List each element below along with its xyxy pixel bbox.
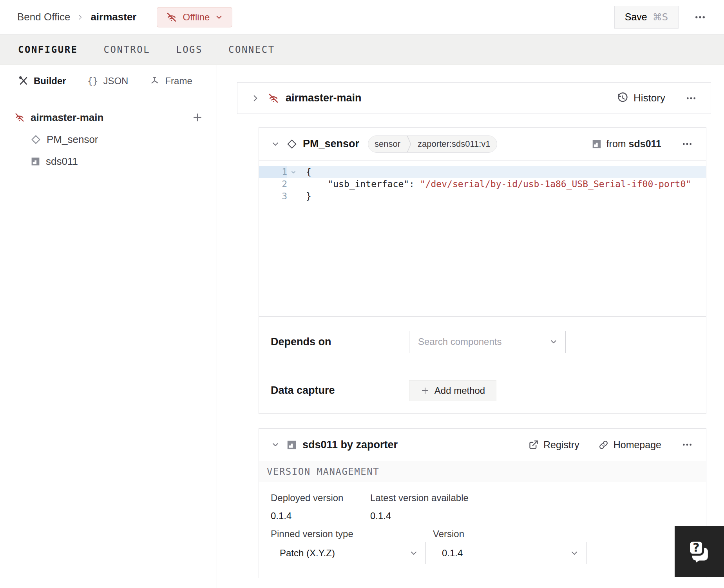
config-main-panel: airmaster-main History PM_sensor sensor … bbox=[217, 65, 724, 588]
code-string-value: "/dev/serial/by-id/usb-1a86_USB_Serial-i… bbox=[420, 179, 691, 189]
version-management-section-header: VERSION MANAGEMENT bbox=[259, 461, 706, 482]
version-value: 0.1.4 bbox=[442, 548, 463, 559]
module-more-menu-button[interactable] bbox=[679, 437, 695, 453]
breadcrumb-machine: airmaster bbox=[90, 11, 136, 23]
add-method-label: Add method bbox=[434, 385, 485, 396]
deployed-version-label: Deployed version bbox=[271, 492, 343, 503]
collapse-chevron-down-icon[interactable] bbox=[271, 440, 280, 449]
component-tree: airmaster-main PM_sensor sds011 bbox=[0, 97, 217, 172]
mode-json-label: JSON bbox=[103, 76, 128, 87]
module-title: sds011 by zaporter bbox=[302, 439, 398, 451]
from-module-name: sds011 bbox=[629, 138, 661, 149]
breadcrumb-separator-icon bbox=[76, 13, 84, 21]
chevron-down-icon bbox=[549, 337, 558, 346]
tab-configure[interactable]: CONFIGURE bbox=[18, 44, 78, 55]
deployed-version-value: 0.1.4 bbox=[271, 510, 291, 521]
component-type-model-chip: sensor zaporter:sds011:v1 bbox=[368, 135, 497, 153]
module-icon bbox=[31, 157, 40, 166]
depends-on-label: Depends on bbox=[271, 336, 409, 348]
component-model: zaporter:sds011:v1 bbox=[411, 139, 496, 149]
version-select[interactable]: 0.1.4 bbox=[433, 542, 586, 564]
wifi-off-icon bbox=[166, 11, 177, 23]
homepage-label: Homepage bbox=[614, 439, 661, 451]
registry-link[interactable]: Registry bbox=[528, 439, 579, 451]
machine-part-card: airmaster-main History bbox=[237, 82, 711, 114]
plus-icon bbox=[420, 386, 430, 395]
code-key: "usb_interface": bbox=[306, 179, 420, 189]
tab-connect[interactable]: CONNECT bbox=[228, 44, 275, 55]
component-card-pm-sensor: PM_sensor sensor zaporter:sds011:v1 from… bbox=[259, 127, 706, 414]
version-management-title: VERSION MANAGEMENT bbox=[267, 466, 379, 477]
component-title: PM_sensor bbox=[303, 138, 359, 150]
braces-icon: {} bbox=[87, 76, 98, 86]
chevron-down-icon bbox=[409, 548, 418, 558]
history-button[interactable]: History bbox=[617, 92, 665, 104]
depends-on-select[interactable]: Search components bbox=[409, 331, 566, 353]
top-bar: Bend Office airmaster Offline Save ⌘S bbox=[0, 0, 724, 34]
data-capture-row: Data capture Add method bbox=[259, 367, 706, 414]
component-diamond-icon bbox=[31, 134, 41, 145]
expand-chevron-right-icon[interactable] bbox=[250, 93, 261, 103]
tree-item-pm-sensor[interactable]: PM_sensor bbox=[0, 128, 217, 150]
tree-item-sds011-label: sds011 bbox=[46, 155, 78, 168]
editor-line-3[interactable]: 3 } bbox=[259, 190, 706, 202]
mode-frame[interactable]: Frame bbox=[149, 76, 192, 87]
save-shortcut: ⌘S bbox=[653, 12, 668, 23]
latest-version-label: Latest version available bbox=[370, 492, 469, 503]
registry-label: Registry bbox=[543, 439, 579, 451]
status-label: Offline bbox=[183, 12, 210, 23]
tree-item-machine-part-label: airmaster-main bbox=[31, 112, 103, 124]
wifi-off-icon bbox=[14, 112, 25, 123]
tree-item-machine-part[interactable]: airmaster-main bbox=[0, 106, 217, 128]
breadcrumb-org[interactable]: Bend Office bbox=[17, 11, 70, 23]
topbar-more-menu-button[interactable] bbox=[691, 8, 709, 26]
pinned-version-type-value: Patch (X.Y.Z) bbox=[280, 548, 335, 559]
editor-line-2[interactable]: 2 "usb_interface": "/dev/serial/by-id/us… bbox=[259, 178, 706, 190]
save-label: Save bbox=[625, 11, 647, 23]
mode-builder-label: Builder bbox=[34, 76, 66, 87]
config-sidebar: Builder {} JSON Frame airmaster-main bbox=[0, 65, 217, 588]
add-method-button[interactable]: Add method bbox=[409, 380, 496, 401]
component-diamond-icon bbox=[286, 139, 297, 150]
external-link-icon bbox=[528, 440, 539, 450]
pinned-version-type-label: Pinned version type bbox=[271, 528, 353, 539]
link-icon bbox=[598, 440, 609, 450]
machine-part-more-menu-button[interactable] bbox=[683, 90, 699, 106]
mode-json[interactable]: {} JSON bbox=[87, 76, 129, 87]
code-text: { bbox=[300, 166, 311, 178]
tree-item-sds011[interactable]: sds011 bbox=[0, 150, 217, 172]
version-label: Version bbox=[433, 528, 464, 539]
chip-divider-icon bbox=[407, 135, 411, 153]
collapse-chevron-down-icon[interactable] bbox=[271, 139, 280, 149]
version-management-body: Deployed version Latest version availabl… bbox=[259, 482, 706, 578]
from-module-link[interactable]: from sds011 bbox=[592, 138, 661, 150]
component-card-header: PM_sensor sensor zaporter:sds011:v1 from… bbox=[259, 128, 706, 160]
tab-control[interactable]: CONTROL bbox=[104, 44, 150, 55]
line-number: 1 bbox=[259, 166, 287, 178]
editor-line-1[interactable]: 1 { bbox=[259, 166, 706, 178]
help-button[interactable]: ? bbox=[675, 526, 724, 577]
latest-version-value: 0.1.4 bbox=[370, 510, 391, 521]
add-component-button[interactable] bbox=[190, 110, 205, 125]
frame-axes-icon bbox=[149, 76, 160, 86]
code-text: "usb_interface": "/dev/serial/by-id/usb-… bbox=[300, 178, 691, 190]
component-type: sensor bbox=[368, 139, 407, 149]
save-button[interactable]: Save ⌘S bbox=[614, 6, 679, 29]
chevron-down-icon bbox=[215, 13, 223, 22]
homepage-link[interactable]: Homepage bbox=[598, 439, 661, 451]
module-card-sds011: sds011 by zaporter Registry Homepage bbox=[259, 428, 706, 578]
help-question-icon: ? bbox=[686, 538, 713, 565]
tab-logs[interactable]: LOGS bbox=[176, 44, 203, 55]
history-clock-icon bbox=[617, 92, 628, 104]
tree-item-pm-sensor-label: PM_sensor bbox=[47, 133, 98, 146]
machine-status-dropdown[interactable]: Offline bbox=[157, 7, 232, 27]
mode-builder[interactable]: Builder bbox=[18, 76, 66, 87]
machine-part-title: airmaster-main bbox=[286, 92, 362, 104]
component-more-menu-button[interactable] bbox=[679, 136, 695, 152]
attributes-json-editor[interactable]: 1 { 2 "usb_interface": "/dev/serial/by-i… bbox=[259, 160, 706, 316]
pinned-version-type-select[interactable]: Patch (X.Y.Z) bbox=[271, 542, 426, 564]
config-mode-switcher: Builder {} JSON Frame bbox=[0, 65, 217, 97]
line-number: 2 bbox=[259, 178, 287, 190]
fold-chevron-icon[interactable] bbox=[287, 169, 300, 175]
wifi-off-icon bbox=[268, 92, 279, 104]
